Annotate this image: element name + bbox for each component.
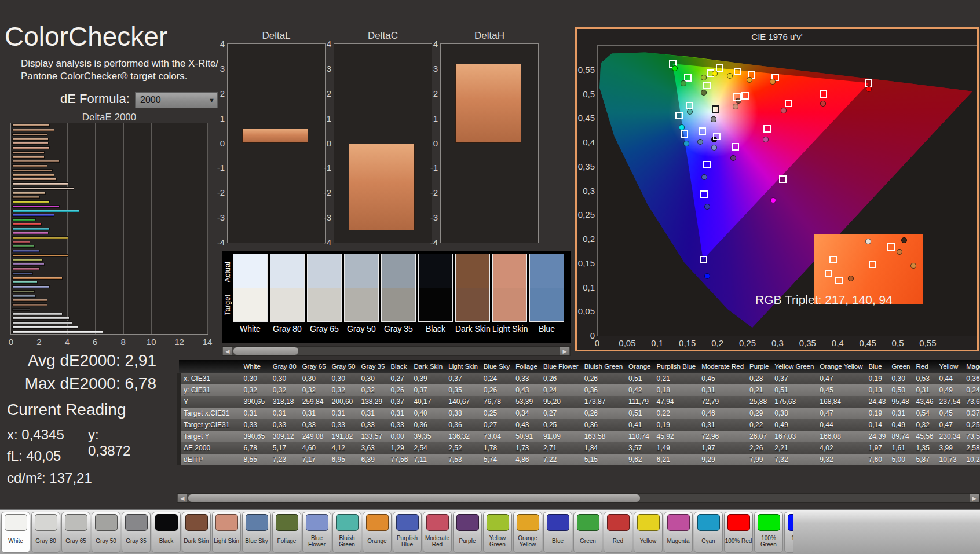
patch-button-gray-65[interactable]: Gray 65: [61, 512, 90, 553]
table-cell: 2,58: [963, 442, 980, 454]
table-scroll-thumb[interactable]: [188, 494, 640, 502]
patch-swatch-gray-80: [270, 254, 305, 322]
patch-button-purplish-blue[interactable]: Purplish Blue: [393, 512, 422, 553]
patch-button-100-green[interactable]: 100% Green: [754, 512, 783, 553]
deltae-bar: [12, 214, 54, 217]
patch-button-purple[interactable]: Purple: [453, 512, 482, 553]
table-cell: 0,27: [481, 419, 513, 431]
cie-target-marker: [785, 100, 792, 107]
patch-button-white[interactable]: White: [1, 512, 30, 553]
patch-button-blue-sky[interactable]: Blue Sky: [242, 512, 271, 553]
patch-button-orange-yellow[interactable]: Orange Yellow: [513, 512, 542, 553]
deltae-bar: [12, 250, 40, 252]
patch-color-swatch: [697, 514, 720, 531]
cie-target-marker: [779, 175, 787, 183]
patch-button-foliage[interactable]: Foliage: [272, 512, 301, 553]
patch-button-magenta[interactable]: Magenta: [664, 512, 693, 553]
table-cell: 7,32: [771, 454, 817, 465]
table-cell: 91,09: [540, 431, 582, 442]
strip-scrollbar[interactable]: ◀ ▶: [222, 346, 571, 356]
scroll-left-icon[interactable]: ◀: [178, 494, 187, 502]
table-col-header: Blue Flower: [540, 360, 582, 373]
deltae-bar: [12, 277, 63, 280]
patch-button-orange[interactable]: Orange: [363, 512, 392, 553]
scroll-right-icon[interactable]: ▶: [970, 494, 979, 502]
table-cell: 191,82: [329, 431, 359, 442]
patch-button-green[interactable]: Green: [573, 512, 602, 553]
patch-swatch-white: [233, 254, 268, 322]
patch-button-100-red[interactable]: 100% Red: [724, 512, 753, 553]
patch-button-gray-50[interactable]: Gray 50: [92, 512, 120, 553]
table-cell: 1,84: [582, 442, 626, 454]
delta-bar: [242, 129, 308, 144]
patch-button-blue[interactable]: Blue: [543, 512, 572, 553]
table-cell: 0,37: [387, 396, 411, 408]
patch-button-label: Green: [574, 532, 602, 552]
patch-button-moderate-red[interactable]: Moderate Red: [423, 512, 452, 553]
table-cell: 0,51: [626, 408, 653, 419]
deltae-bar: [12, 313, 63, 315]
patch-button-label: Orange: [363, 532, 391, 552]
table-cell: 7,53: [445, 454, 481, 465]
axis-tick-label: -1: [320, 163, 331, 173]
cie-measured-marker: [681, 80, 686, 86]
de-formula-dropdown[interactable]: 2000 ▼: [135, 92, 218, 108]
cie-target-marker: [700, 256, 707, 263]
table-cell: 0,41: [626, 419, 653, 431]
table-cell: 0,33: [329, 419, 359, 431]
patch-button-cyan[interactable]: Cyan: [694, 512, 723, 553]
deltae-bar: [12, 205, 60, 208]
table-cell: 0,31: [387, 408, 411, 419]
table-cell: 0,31: [299, 408, 329, 419]
patch-button-100-blue[interactable]: 100% Blue: [784, 512, 793, 553]
patch-button-blue-flower[interactable]: Blue Flower: [302, 512, 331, 553]
axis-tick-label: 2: [213, 89, 225, 98]
patch-color-swatch: [125, 514, 148, 531]
deltae-bar: [12, 267, 40, 270]
table-cell: 0,14: [866, 419, 889, 431]
cie-target-marker: [887, 243, 895, 251]
table-cell: 0,35: [445, 384, 481, 396]
scroll-right-icon[interactable]: ▶: [560, 347, 569, 355]
patch-button-black[interactable]: Black: [152, 512, 181, 553]
patch-button-red[interactable]: Red: [604, 512, 632, 553]
patch-button-gray-35[interactable]: Gray 35: [122, 512, 151, 553]
patch-button-label: Light Skin: [213, 532, 240, 552]
patch-color-swatch: [667, 514, 690, 531]
table-cell: 230,34: [937, 431, 964, 442]
table-cell: 0,36: [582, 384, 626, 396]
patch-button-gray-80[interactable]: Gray 80: [31, 512, 60, 553]
patch-button-dark-skin[interactable]: Dark Skin: [182, 512, 211, 553]
axis-tick-label: 0,25: [577, 210, 595, 219]
patch-button-bluish-green[interactable]: Bluish Green: [332, 512, 361, 553]
table-cell: 1,78: [481, 442, 513, 454]
table-row: x: CIE310,300,300,300,300,300,270,390,37…: [179, 373, 980, 384]
patch-button-light-skin[interactable]: Light Skin: [212, 512, 241, 553]
patch-swatch-label: Gray 35: [381, 324, 416, 333]
strip-scroll-thumb[interactable]: [233, 347, 298, 355]
table-cell: 0,31: [913, 384, 937, 396]
patch-button-label: Gray 35: [122, 532, 150, 552]
actual-target-strip: Actual Target WhiteGray 80Gray 65Gray 50…: [222, 251, 571, 343]
cie-measured-marker: [704, 273, 710, 279]
table-cell: 26,07: [747, 431, 771, 442]
patch-button-label: Orange Yellow: [514, 532, 542, 552]
cie-target-marker: [741, 92, 749, 100]
deltae-bar: [12, 263, 45, 266]
cie-target-marker: [675, 112, 683, 119]
scroll-left-icon[interactable]: ◀: [223, 347, 232, 355]
delta-chart-title: DeltaC: [334, 30, 432, 42]
table-cell: 0,51: [626, 373, 653, 384]
cie-target-marker: [703, 161, 711, 168]
table-row-label: ΔE 2000: [179, 442, 241, 454]
table-cell: 5,87: [913, 454, 937, 465]
deltae-bar: [12, 156, 45, 159]
patch-color-swatch: [95, 514, 118, 531]
patch-button-yellow-green[interactable]: Yellow Green: [483, 512, 512, 553]
axis-tick-label: 3: [320, 64, 331, 74]
patch-button-yellow[interactable]: Yellow: [634, 512, 663, 553]
table-scrollbar[interactable]: ◀ ▶: [177, 493, 980, 503]
colorchecker-app: ColorChecker Display analysis is perform…: [0, 0, 980, 554]
table-cell: 24,39: [866, 431, 889, 442]
delta-bar: [349, 144, 415, 230]
